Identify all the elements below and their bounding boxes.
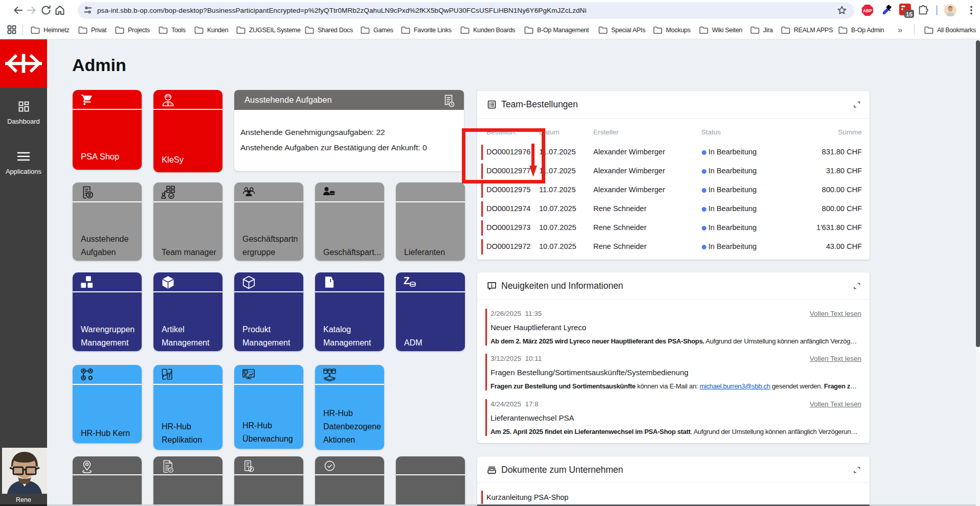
svg-text:Z: Z [404, 275, 410, 286]
svg-text:15: 15 [906, 11, 912, 17]
svg-text:ABP: ABP [863, 9, 872, 13]
svg-text:VAT: VAT [165, 462, 170, 465]
